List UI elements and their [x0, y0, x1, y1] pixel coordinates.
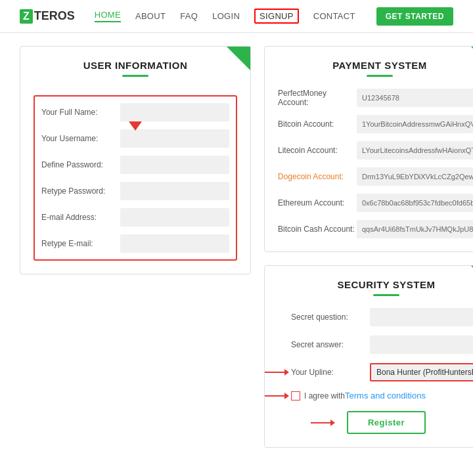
upline-input[interactable]	[370, 363, 473, 381]
nav-faq[interactable]: FAQ	[180, 11, 198, 21]
security-card: SECURITY SYSTEM Secret question: Secret …	[264, 265, 473, 448]
upline-label: Your Upline:	[291, 368, 370, 377]
logo-text: TEROS	[34, 9, 75, 23]
input-retype-email[interactable]	[120, 234, 229, 253]
payment-input-2[interactable]	[357, 141, 473, 160]
payment-input-0[interactable]	[357, 89, 473, 107]
payment-label-2: Litecoin Account:	[278, 146, 357, 155]
user-info-underline	[122, 75, 148, 77]
logo: Z TEROS	[20, 9, 75, 24]
payment-input-5[interactable]	[357, 220, 473, 238]
label-retype-password: Retype Password:	[41, 186, 120, 196]
form-row-email: E-mail Address:	[41, 208, 229, 227]
arrow-line	[265, 372, 284, 373]
nav-home[interactable]: HOME	[95, 10, 121, 22]
terms-arrow-line	[265, 395, 284, 397]
payment-row-4: Ethereum Account:	[278, 194, 473, 212]
register-arrow-head	[330, 420, 335, 426]
payment-label-4: Ethereum Account:	[278, 198, 357, 207]
label-username: Your Username:	[41, 134, 120, 143]
terms-checkbox[interactable]	[291, 391, 300, 400]
payment-underline	[367, 75, 393, 77]
input-fullname[interactable]	[120, 103, 229, 121]
terms-link[interactable]: Terms and conditions	[345, 391, 426, 400]
payment-label-5: Bitcoin Cash Account:	[278, 225, 357, 234]
input-username[interactable]	[120, 129, 229, 148]
security-row-question: Secret question:	[291, 308, 473, 326]
payment-row-5: Bitcoin Cash Account:	[278, 220, 473, 238]
payment-label-3: Dogecoin Account:	[278, 172, 357, 181]
form-row-retype-email: Retype E-mail:	[41, 234, 229, 253]
nav-links: HOME ABOUT FAQ LOGIN SIGNUP CONTACT GET …	[95, 7, 453, 26]
terms-arrow	[265, 393, 289, 399]
form-row-username: Your Username:	[41, 129, 229, 148]
security-input-question[interactable]	[370, 308, 473, 326]
main-content: USER INFORMATION Your Full Name: Your Us…	[0, 33, 473, 461]
terms-row: I agree with Terms and conditions	[291, 391, 473, 400]
payment-card: PAYMENT SYSTEM PerfectMoney Account: Bit…	[264, 46, 473, 252]
navbar: Z TEROS HOME ABOUT FAQ LOGIN SIGNUP CONT…	[0, 0, 473, 33]
payment-row-3: Dogecoin Account:	[278, 167, 473, 186]
payment-row-2: Litecoin Account:	[278, 141, 473, 160]
security-title: SECURITY SYSTEM	[291, 279, 473, 290]
register-button[interactable]: Register	[347, 411, 426, 434]
form-row-retype-password: Retype Password:	[41, 182, 229, 200]
form-row-password: Define Password:	[41, 156, 229, 174]
label-fullname: Your Full Name:	[41, 108, 120, 117]
nav-signup[interactable]: SIGNUP	[254, 9, 299, 24]
payment-row-1: Bitcoin Account:	[278, 115, 473, 133]
input-password[interactable]	[120, 156, 229, 174]
user-info-card: USER INFORMATION Your Full Name: Your Us…	[20, 46, 251, 274]
label-retype-email: Retype E-mail:	[41, 239, 120, 248]
register-arrow-line	[311, 422, 330, 423]
nav-contact[interactable]: CONTACT	[313, 11, 355, 21]
user-info-section: USER INFORMATION Your Full Name: Your Us…	[20, 46, 251, 448]
payment-label-1: Bitcoin Account:	[278, 119, 357, 129]
payment-row-0: PerfectMoney Account:	[278, 89, 473, 107]
terms-arrow-head	[284, 393, 289, 399]
card-corner-decoration	[227, 47, 250, 70]
payment-input-3[interactable]	[357, 167, 473, 186]
payment-input-4[interactable]	[357, 194, 473, 212]
input-retype-password[interactable]	[120, 182, 229, 200]
right-column: PAYMENT SYSTEM PerfectMoney Account: Bit…	[264, 46, 473, 448]
payment-title: PAYMENT SYSTEM	[278, 60, 473, 71]
form-row-fullname: Your Full Name:	[41, 103, 229, 121]
nav-about[interactable]: ABOUT	[135, 11, 166, 21]
register-row: Register	[291, 411, 473, 434]
upline-arrow	[265, 369, 289, 376]
terms-text: I agree with	[304, 391, 345, 400]
upline-row: Your Upline:	[291, 363, 473, 381]
user-info-form: Your Full Name: Your Username: Define Pa…	[34, 95, 237, 261]
logo-box: Z	[20, 9, 33, 24]
security-underline	[373, 294, 399, 296]
security-input-answer[interactable]	[370, 335, 473, 354]
label-email: E-mail Address:	[41, 213, 120, 222]
user-info-title: USER INFORMATION	[34, 60, 237, 71]
arrow-head	[284, 369, 289, 376]
input-email[interactable]	[120, 208, 229, 227]
nav-login[interactable]: LOGIN	[212, 11, 240, 21]
security-label-answer: Secret answer:	[291, 340, 370, 349]
label-password: Define Password:	[41, 160, 120, 169]
security-label-question: Secret question:	[291, 313, 370, 322]
payment-label-0: PerfectMoney Account:	[278, 89, 357, 107]
arrow-down-indicator	[129, 121, 142, 131]
payment-input-1[interactable]	[357, 115, 473, 133]
get-started-button[interactable]: GET STARTED	[376, 7, 453, 26]
security-row-answer: Secret answer:	[291, 335, 473, 354]
